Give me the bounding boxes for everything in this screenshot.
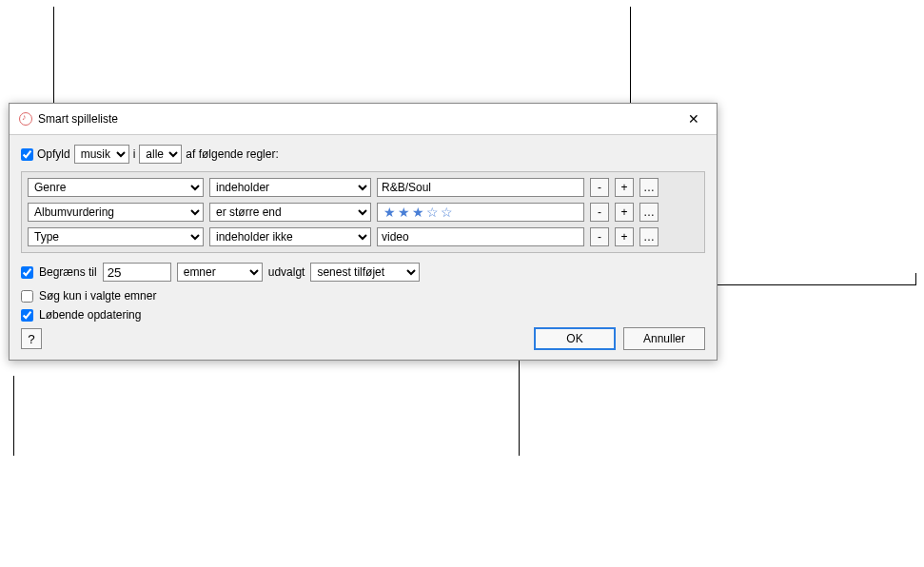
rule-field-select[interactable]: Genre (28, 178, 204, 197)
match-row: Opfyld musik i alle af følgende regler: (21, 145, 705, 164)
rule-value-input[interactable] (377, 178, 584, 197)
remove-rule-button[interactable]: - (590, 178, 609, 197)
limit-checkbox[interactable] (21, 266, 33, 279)
rule-operator-select[interactable]: indeholder ikke (209, 227, 371, 246)
more-rule-button[interactable]: … (639, 203, 659, 222)
ok-button[interactable]: OK (534, 327, 616, 350)
live-update-checkbox[interactable] (21, 309, 33, 322)
rule-operator-select[interactable]: indeholder (209, 178, 371, 197)
rule-row: Albumvurdering er større end ★★★☆☆ - + … (28, 203, 698, 222)
titlebar: Smart spilleliste ✕ (10, 104, 717, 135)
rule-row: Type indeholder ikke - + … (28, 227, 698, 246)
match-connector: i (133, 147, 136, 161)
smart-playlist-dialog: Smart spilleliste ✕ Opfyld musik i alle … (9, 103, 718, 361)
rule-value-input[interactable] (377, 227, 584, 246)
limit-label: Begræns til (39, 265, 97, 279)
only-checked-label: Søg kun i valgte emner (39, 289, 156, 303)
add-rule-button[interactable]: + (615, 227, 634, 246)
dialog-body: Opfyld musik i alle af følgende regler: … (10, 135, 717, 360)
live-update-row: Løbende opdatering (21, 308, 705, 322)
callout-line-right-v (915, 273, 916, 285)
add-rule-button[interactable]: + (615, 178, 634, 197)
music-app-icon (19, 112, 32, 126)
live-update-label: Løbende opdatering (39, 308, 141, 322)
more-rule-button[interactable]: … (639, 178, 659, 197)
match-label-suffix: af følgende regler: (186, 147, 278, 161)
titlebar-left: Smart spilleliste (19, 112, 118, 126)
remove-rule-button[interactable]: - (590, 203, 609, 222)
rule-operator-select[interactable]: er større end (209, 203, 371, 222)
callout-line-bottomleft (13, 376, 14, 456)
remove-rule-button[interactable]: - (590, 227, 609, 246)
match-scope-select[interactable]: alle (139, 145, 182, 164)
limit-row: Begræns til emner udvalgt senest tilføje… (21, 263, 705, 282)
dialog-button-group: OK Annuller (534, 327, 705, 350)
only-checked-checkbox[interactable] (21, 290, 33, 303)
more-rule-button[interactable]: … (639, 227, 659, 246)
add-rule-button[interactable]: + (615, 203, 634, 222)
limit-sort-select[interactable]: senest tilføjet (310, 263, 420, 282)
match-checkbox[interactable] (21, 148, 33, 161)
help-button[interactable]: ? (21, 328, 42, 349)
limit-selected-label: udvalgt (268, 265, 305, 279)
limit-unit-select[interactable]: emner (177, 263, 263, 282)
rule-field-select[interactable]: Albumvurdering (28, 203, 204, 222)
only-checked-row: Søg kun i valgte emner (21, 289, 705, 303)
match-label-prefix: Opfyld (37, 147, 70, 161)
cancel-button[interactable]: Annuller (623, 327, 705, 350)
rules-container: Genre indeholder - + … Albumvurdering er… (21, 171, 705, 253)
rule-row: Genre indeholder - + … (28, 178, 698, 197)
dialog-footer: ? OK Annuller (21, 327, 705, 350)
rule-field-select[interactable]: Type (28, 227, 204, 246)
rule-value-stars[interactable]: ★★★☆☆ (377, 203, 584, 222)
close-button[interactable]: ✕ (680, 109, 707, 128)
media-type-select[interactable]: musik (74, 145, 129, 164)
dialog-title: Smart spilleliste (38, 112, 118, 126)
limit-value-input[interactable] (103, 263, 171, 282)
